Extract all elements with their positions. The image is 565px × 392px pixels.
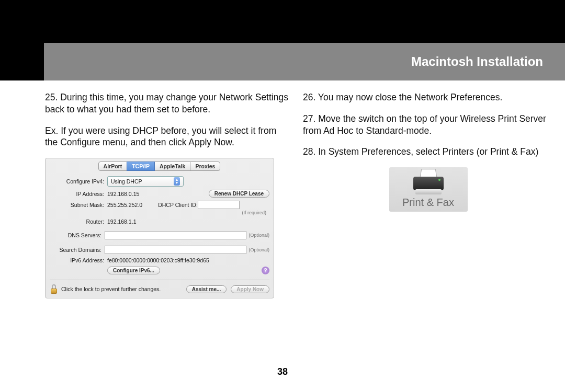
subnet-mask-value: 255.255.252.0: [107, 202, 142, 208]
network-preferences-panel: AirPort TCP/IP AppleTalk Proxies Configu…: [45, 158, 274, 298]
header-bar: Macintosh Installation: [44, 43, 565, 80]
right-column: 26. You may now close the Network Prefer…: [303, 91, 553, 298]
step-25-example: Ex. If you were using DHCP before, you w…: [45, 125, 288, 149]
dhcp-client-id-input[interactable]: [198, 201, 240, 209]
dhcp-client-id-label: DHCP Client ID:: [158, 202, 198, 208]
dhcp-client-hint: (If required): [242, 210, 266, 215]
renew-dhcp-button[interactable]: Renew DHCP Lease: [209, 190, 269, 198]
router-value: 192.168.1.1: [107, 218, 136, 225]
ip-address-value: 192.168.0.15: [107, 191, 139, 197]
page-number: 38: [0, 366, 565, 377]
router-label: Router:: [50, 218, 107, 225]
step-27-text: 27. Move the switch on the top of your W…: [303, 113, 553, 137]
configure-ipv4-select[interactable]: Using DHCP ▲▼: [107, 176, 184, 187]
step-28-text: 28. In System Preferences, select Printe…: [303, 146, 553, 158]
help-icon[interactable]: ?: [262, 267, 269, 274]
print-fax-tile[interactable]: Print & Fax: [389, 167, 468, 212]
search-domains-input[interactable]: [105, 246, 247, 254]
lock-row: Click the lock to prevent further change…: [50, 280, 269, 294]
lock-icon[interactable]: [50, 284, 58, 294]
printer-icon: [412, 172, 445, 193]
tab-appletalk[interactable]: AppleTalk: [154, 162, 190, 171]
configure-ipv6-button[interactable]: Configure IPv6...: [107, 267, 160, 274]
subnet-mask-label: Subnet Mask:: [50, 202, 107, 208]
tab-proxies[interactable]: Proxies: [190, 162, 220, 171]
ipv6-address-label: IPv6 Address:: [50, 257, 107, 263]
configure-ipv4-value: Using DHCP: [111, 178, 142, 185]
page-title: Macintosh Installation: [411, 54, 543, 69]
search-domains-label: Search Domains:: [50, 247, 105, 253]
configure-ipv4-label: Configure IPv4:: [50, 178, 107, 185]
dns-servers-label: DNS Servers:: [50, 232, 105, 238]
ip-address-label: IP Address:: [50, 191, 107, 197]
ipv6-address-value: fe80:0000:0000:0000:0203:c9ff:fe30:9d65: [107, 257, 209, 263]
step-25-text: 25. During this time, you may change you…: [45, 91, 288, 116]
select-arrows-icon: ▲▼: [174, 177, 180, 186]
content-area: 25. During this time, you may change you…: [45, 91, 553, 298]
dns-servers-input[interactable]: [105, 231, 247, 239]
lock-text: Click the lock to prevent further change…: [61, 286, 161, 292]
tab-bar: AirPort TCP/IP AppleTalk Proxies: [50, 162, 269, 171]
print-fax-label: Print & Fax: [394, 197, 462, 209]
tab-airport[interactable]: AirPort: [98, 162, 128, 171]
step-26-text: 26. You may now close the Network Prefer…: [303, 91, 553, 103]
tab-tcpip[interactable]: TCP/IP: [127, 162, 155, 171]
assist-me-button[interactable]: Assist me...: [186, 285, 227, 293]
search-optional-hint: (Optional): [248, 247, 269, 252]
dns-optional-hint: (Optional): [248, 233, 269, 238]
apply-now-button[interactable]: Apply Now: [231, 285, 269, 293]
left-column: 25. During this time, you may change you…: [45, 91, 288, 298]
